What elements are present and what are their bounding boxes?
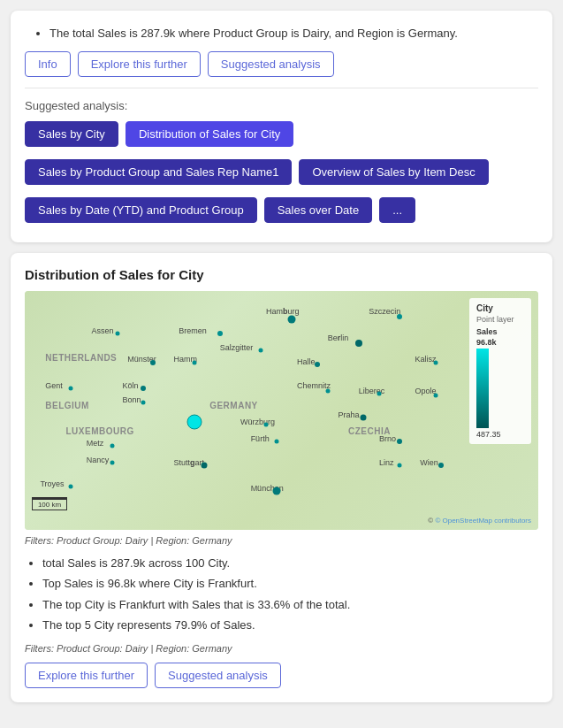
hamm-dot	[192, 360, 196, 364]
metz-dot	[110, 444, 114, 448]
koln-label: Köln	[122, 381, 138, 390]
nancy-label: Nancy	[87, 456, 110, 464]
map-attribution: © © OpenStreetMap contributors	[428, 517, 531, 525]
chemnitz-dot	[325, 388, 330, 393]
metz-label: Metz	[87, 439, 104, 448]
analysis-bullets: total Sales is 287.9k across 100 City. T…	[25, 555, 538, 634]
info-button[interactable]: Info	[25, 51, 71, 77]
legend-bar-row: 96.8k 487.35	[476, 338, 524, 439]
bonn-label: Bonn	[122, 395, 141, 404]
wien-dot	[438, 463, 444, 468]
suggested-analysis-button-top[interactable]: Suggested analysis	[208, 51, 334, 77]
bullet-top-sales: Top Sales is 96.8k where City is Frankfu…	[42, 575, 538, 593]
info-bullet: The total Sales is 287.9k where Product …	[25, 25, 538, 42]
hamburg-label: Hamburg	[266, 307, 300, 316]
bullet-top-5: The top 5 City represents 79.9% of Sales…	[42, 617, 538, 634]
halle-dot	[315, 362, 320, 367]
bremen-dot	[217, 331, 223, 336]
overview-of-sales-button[interactable]: Overview of Sales by Item Desc	[299, 159, 488, 185]
linz-label: Linz	[379, 458, 394, 467]
map-background: NETHERLANDS BELGIUM LUXEMBOURG GERMANY C…	[25, 291, 538, 530]
distribution-of-sales-button[interactable]: Distribution of Sales for City	[126, 121, 293, 147]
kalisz-dot	[433, 360, 437, 364]
brno-label: Brno	[379, 434, 396, 443]
legend-gradient-bar	[476, 349, 489, 428]
bremen-label: Bremen	[179, 326, 207, 335]
info-text: The total Sales is 287.9k where Product …	[49, 25, 538, 42]
opole-dot	[433, 394, 437, 398]
brno-dot	[397, 439, 402, 444]
praha-dot	[361, 414, 367, 420]
szczecin-label: Szczecin	[369, 307, 400, 316]
scale-bar: 100 km	[32, 497, 67, 510]
bonn-dot	[141, 401, 145, 405]
linz-dot	[398, 463, 402, 467]
map-card: Distribution of Sales for City NETHERLAN…	[11, 253, 552, 702]
gent-label: Gent	[45, 381, 63, 390]
map-container[interactable]: NETHERLANDS BELGIUM LUXEMBOURG GERMANY C…	[25, 291, 538, 530]
furth-label: Fürth	[251, 434, 270, 443]
stuttgart-label: Stuttgart	[173, 458, 204, 467]
koln-dot	[141, 386, 146, 391]
map-filter-text: Filters: Product Group: Dairy | Region: …	[25, 535, 538, 546]
troyes-dot	[69, 484, 73, 488]
bullet-top-city: The top City is Frankfurt with Sales tha…	[42, 596, 538, 614]
suggested-analysis-button-bottom[interactable]: Suggested analysis	[155, 663, 281, 688]
map-title: Distribution of Sales for City	[25, 267, 538, 282]
assen-label: Assen	[92, 326, 114, 335]
netherlands-label: NETHERLANDS	[45, 353, 117, 363]
halle-label: Halle	[297, 357, 316, 366]
salzgitter-label: Salzgitter	[220, 343, 254, 352]
suggested-analysis-buttons: Sales by City Distribution of Sales for …	[25, 121, 538, 228]
legend-max: 96.8k	[476, 338, 497, 347]
map-scale: 100 km	[32, 497, 67, 510]
hamburg-dot	[288, 315, 296, 323]
furth-dot	[274, 439, 278, 443]
belgium-label: BELGIUM	[45, 401, 89, 410]
osm-link[interactable]: © OpenStreetMap contributors	[435, 517, 531, 525]
nancy-dot	[110, 460, 114, 464]
bottom-action-buttons: Explore this further Suggested analysis	[25, 663, 538, 688]
top-info-card: The total Sales is 287.9k where Product …	[11, 11, 552, 242]
sales-by-date-button[interactable]: Sales by Date (YTD) and Product Group	[25, 197, 257, 223]
stuttgart-dot	[202, 462, 208, 468]
legend-title: City	[476, 303, 524, 313]
wien-label: Wien	[420, 458, 438, 467]
troyes-label: Troyes	[40, 479, 64, 488]
sales-over-date-button[interactable]: Sales over Date	[264, 197, 373, 223]
berlin-label: Berlin	[328, 333, 349, 342]
germany-label: GERMANY	[209, 401, 258, 410]
szczecin-dot	[397, 314, 402, 319]
frankfurt-dot	[186, 415, 202, 430]
wurzburg-dot	[264, 422, 269, 426]
more-button[interactable]: ...	[379, 197, 415, 223]
legend-subtitle: Point layer	[476, 315, 524, 324]
bullet-total-sales: total Sales is 287.9k across 100 City.	[42, 555, 538, 572]
top-action-buttons: Info Explore this further Suggested anal…	[25, 51, 538, 77]
wurzburg-label: Würzburg	[240, 418, 275, 426]
munster-dot	[150, 360, 156, 365]
legend-metric: Sales	[476, 327, 524, 336]
luxembourg-label: LUXEMBOURG	[65, 426, 133, 436]
sales-by-product-group-button[interactable]: Sales by Product Group and Sales Rep Nam…	[25, 159, 292, 185]
legend-min: 487.35	[476, 430, 501, 439]
bottom-filter-text: Filters: Product Group: Dairy | Region: …	[25, 643, 538, 654]
salzgitter-dot	[259, 349, 263, 353]
suggested-label: Suggested analysis:	[25, 99, 538, 112]
assen-dot	[115, 332, 119, 336]
munchen-dot	[272, 487, 280, 495]
explore-further-button-bottom[interactable]: Explore this further	[25, 663, 148, 688]
berlin-dot	[355, 340, 362, 347]
sales-by-city-button[interactable]: Sales by City	[25, 121, 118, 147]
liberec-dot	[377, 391, 381, 395]
praha-label: Praha	[338, 410, 359, 419]
map-legend: City Point layer Sales 96.8k 487.35	[469, 298, 531, 444]
gent-dot	[69, 387, 73, 391]
explore-further-button-top[interactable]: Explore this further	[78, 51, 201, 77]
divider	[25, 88, 538, 88]
